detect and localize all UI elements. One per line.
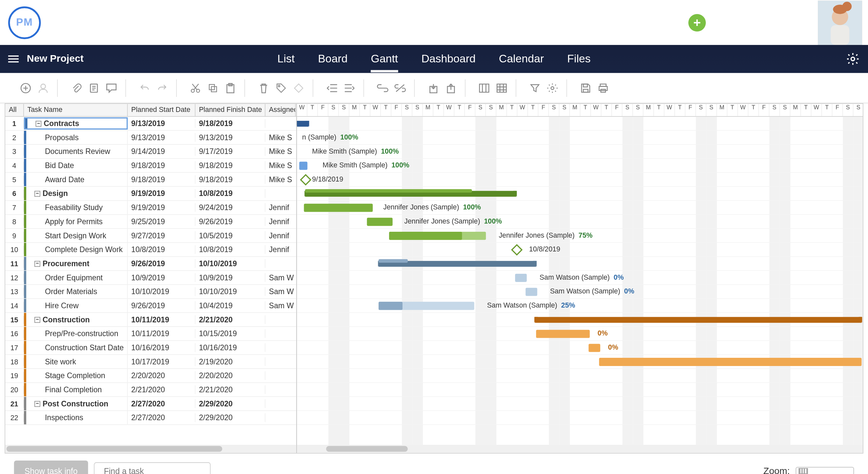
gear-icon[interactable]: [547, 82, 558, 94]
gantt-row[interactable]: Mike Smith (Sample) 100%: [297, 145, 863, 159]
menu-icon[interactable]: [8, 56, 19, 62]
collapse-icon[interactable]: −: [34, 191, 40, 197]
task-row[interactable]: 7Feasability Study9/19/20199/24/2019Jenn…: [5, 201, 296, 215]
task-row[interactable]: 12Order Equipment10/9/201910/9/2019Sam W: [5, 271, 296, 285]
task-row[interactable]: 19Stage Completion2/20/20202/20/2020: [5, 369, 296, 383]
task-row[interactable]: 17Construction Start Date10/16/201910/16…: [5, 341, 296, 355]
task-row[interactable]: 5Award Date9/18/20199/18/2019Mike S: [5, 173, 296, 187]
task-row[interactable]: 2Proposals9/13/20199/13/2019Mike S: [5, 131, 296, 145]
unlink-icon[interactable]: [394, 82, 406, 94]
tag-icon[interactable]: [275, 82, 287, 94]
view-board[interactable]: Board: [318, 46, 347, 72]
col-start[interactable]: Planned Start Date: [128, 104, 195, 116]
import-icon[interactable]: [428, 82, 439, 94]
task-row[interactable]: 16Prep/Pre-construction10/11/201910/15/2…: [5, 327, 296, 341]
gantt-row[interactable]: 9/18/2019: [297, 173, 863, 187]
task-row[interactable]: 8Apply for Permits9/25/20199/26/2019Jenn…: [5, 215, 296, 229]
filter-icon[interactable]: [529, 82, 541, 94]
zoom-slider[interactable]: [796, 467, 854, 474]
task-row[interactable]: 13Order Materials10/10/201910/10/2019Sam…: [5, 285, 296, 299]
task-row[interactable]: 9Start Design Work9/27/201910/5/2019Jenn…: [5, 229, 296, 243]
nav-projects[interactable]: Projects: [140, 1, 186, 44]
task-row[interactable]: 20Final Completion2/21/20202/21/2020: [5, 383, 296, 397]
help-icon[interactable]: ?: [748, 12, 768, 32]
gantt-scrollbar[interactable]: [297, 445, 863, 453]
gantt-row[interactable]: n (Sample) 100%: [297, 131, 863, 145]
col-task[interactable]: Task Name: [24, 104, 128, 116]
gantt-row[interactable]: Sam Watson (Sample) 25%: [297, 299, 863, 313]
gantt-row[interactable]: [297, 397, 863, 411]
copy-icon[interactable]: [207, 82, 219, 94]
col-finish[interactable]: Planned Finish Date: [195, 104, 266, 116]
view-calendar[interactable]: Calendar: [499, 46, 544, 72]
gantt-row[interactable]: [297, 355, 863, 369]
task-row[interactable]: 3Documents Review9/14/20199/17/2019Mike …: [5, 145, 296, 159]
undo-icon[interactable]: [139, 82, 151, 94]
gantt-row[interactable]: Jennifer Jones (Sample) 100%: [297, 215, 863, 229]
gantt-row[interactable]: Jennifer Jones (Sample) 100%: [297, 201, 863, 215]
collapse-icon[interactable]: −: [35, 120, 41, 126]
gantt-row[interactable]: [297, 369, 863, 383]
col-assigned[interactable]: Assigned: [266, 104, 296, 116]
user-menu[interactable]: Katy: [778, 16, 818, 29]
settings-icon[interactable]: [846, 52, 860, 66]
delete-icon[interactable]: [258, 82, 270, 94]
nav-overview[interactable]: Overview: [278, 1, 331, 44]
task-row[interactable]: 4Bid Date9/18/20199/18/2019Mike S: [5, 159, 296, 173]
gantt-row[interactable]: 0%: [297, 327, 863, 341]
outdent-icon[interactable]: [326, 82, 338, 94]
gantt-row[interactable]: Sam Watson (Sample) 0%: [297, 285, 863, 299]
presentation-icon[interactable]: [657, 12, 676, 32]
assign-icon[interactable]: [37, 82, 49, 94]
attach-icon[interactable]: [70, 82, 82, 94]
save-icon[interactable]: [580, 82, 592, 94]
grid-icon[interactable]: [496, 82, 507, 94]
task-row[interactable]: 11−Procurement9/26/201910/10/2019: [5, 257, 296, 271]
find-task-field[interactable]: [94, 462, 211, 474]
link-icon[interactable]: [377, 82, 389, 94]
task-row[interactable]: 18Site work10/17/20192/19/2020: [5, 355, 296, 369]
diamond-icon[interactable]: [293, 82, 305, 94]
timer-icon[interactable]: [717, 12, 737, 32]
task-row[interactable]: 1−Contracts9/13/20199/18/2019: [5, 117, 296, 131]
add-task-icon[interactable]: [20, 82, 31, 94]
print-icon[interactable]: [597, 82, 609, 94]
gantt-row[interactable]: Jennifer Jones (Sample) 75%: [297, 229, 863, 243]
task-row[interactable]: 15−Construction10/11/20192/21/2020: [5, 313, 296, 327]
task-row[interactable]: 22Inspections2/27/20202/29/2020: [5, 411, 296, 425]
gantt-row[interactable]: [297, 313, 863, 327]
show-task-info-button[interactable]: Show task info: [14, 461, 88, 474]
collapse-icon[interactable]: −: [34, 317, 40, 323]
view-dashboard[interactable]: Dashboard: [421, 46, 475, 72]
app-logo[interactable]: PM: [8, 6, 41, 39]
gantt-row[interactable]: [297, 411, 863, 425]
grid-scrollbar[interactable]: [5, 445, 296, 453]
collapse-icon[interactable]: −: [34, 261, 40, 267]
task-row[interactable]: 14Hire Crew9/26/201910/4/2019Sam W: [5, 299, 296, 313]
task-row[interactable]: 6−Design9/19/201910/8/2019: [5, 187, 296, 201]
add-button[interactable]: +: [687, 12, 707, 32]
gantt-row[interactable]: 10/8/2019: [297, 243, 863, 257]
avatar[interactable]: [818, 0, 862, 45]
paste-icon[interactable]: [225, 82, 237, 94]
cut-icon[interactable]: [190, 82, 202, 94]
view-files[interactable]: Files: [567, 46, 590, 72]
task-row[interactable]: 21−Post Construction2/27/20202/29/2020: [5, 397, 296, 411]
col-all[interactable]: All: [5, 104, 24, 116]
gantt-row[interactable]: [297, 383, 863, 397]
gantt-row[interactable]: [297, 257, 863, 271]
gantt-row[interactable]: Mike Smith (Sample) 100%: [297, 159, 863, 173]
nav-my-work[interactable]: My Work: [64, 1, 115, 44]
notes-icon[interactable]: [88, 82, 100, 94]
comment-icon[interactable]: [105, 82, 118, 94]
gantt-row[interactable]: Sam Watson (Sample) 0%: [297, 271, 863, 285]
export-icon[interactable]: [445, 82, 457, 94]
gantt-row[interactable]: [297, 117, 863, 131]
columns-icon[interactable]: [478, 82, 490, 94]
gantt-row[interactable]: [297, 187, 863, 201]
redo-icon[interactable]: [156, 82, 168, 94]
task-row[interactable]: 10Complete Design Work10/8/201910/8/2019…: [5, 243, 296, 257]
gantt-row[interactable]: 0%: [297, 341, 863, 355]
indent-icon[interactable]: [343, 82, 355, 94]
view-list[interactable]: List: [278, 46, 295, 72]
